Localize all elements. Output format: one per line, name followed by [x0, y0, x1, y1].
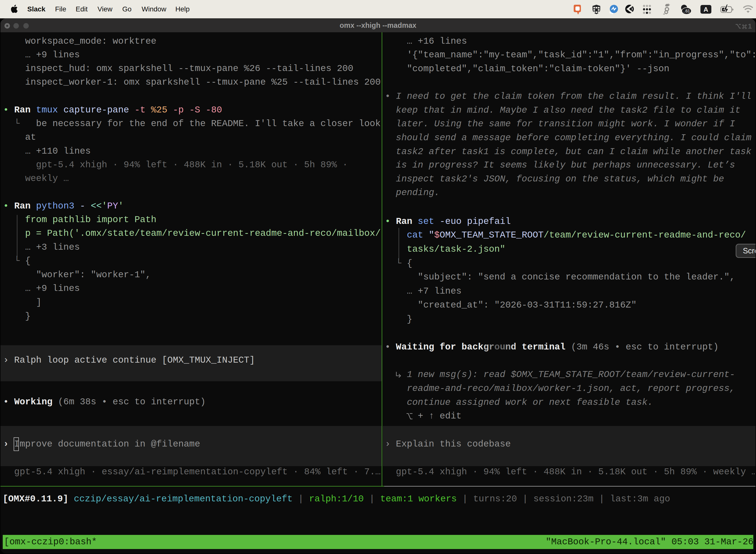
svg-text:..61: ..61: [683, 9, 690, 13]
svg-text:A: A: [704, 6, 708, 13]
